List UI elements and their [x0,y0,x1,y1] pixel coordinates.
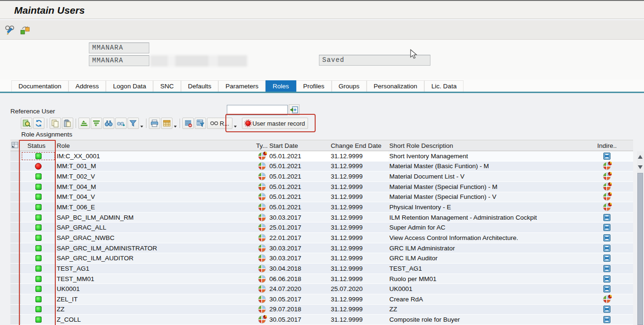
table-row[interactable]: MM:T_006_E05.01.202131.12.9999Physical I… [10,202,633,213]
start-date-cell[interactable]: 06.06.2018 [268,274,330,284]
display-change-button[interactable] [5,24,17,36]
role-cell[interactable]: MM:T_001_M [56,162,255,171]
role-type-cell[interactable] [255,315,268,325]
start-date-cell[interactable]: 24.07.2020 [268,284,330,294]
role-type-cell[interactable] [255,233,268,243]
start-date-cell[interactable]: 05.01.2021 [268,151,330,161]
status-cell[interactable] [21,171,56,181]
row-selector-cell[interactable] [10,233,21,243]
reference-user-matchcode-button[interactable] [289,104,300,115]
status-cell[interactable] [21,222,56,232]
references-button[interactable] [19,24,31,36]
end-date-cell[interactable]: 31.12.9999 [330,162,388,171]
tab-roles[interactable]: Roles [266,80,296,93]
scrollbar-thumb[interactable] [637,173,643,325]
role-cell[interactable]: SAP_GRC_ILM_AUDITOR [56,253,255,263]
role-type-cell[interactable] [255,222,268,232]
table-row[interactable]: SAP_BC_ILM_ADMIN_RM30.03.201731.12.9999I… [10,213,633,223]
status-cell[interactable] [21,284,56,294]
role-cell[interactable]: ZZ [56,305,255,315]
description-cell[interactable]: Super Admin for AC [388,222,596,232]
reference-user-input[interactable] [227,105,288,115]
table-row[interactable]: Z_COLL30.05.201731.12.9999Composite role… [10,315,633,325]
tab-parameters[interactable]: Parameters [218,80,266,93]
status-cell[interactable] [21,315,56,325]
row-selector-cell[interactable] [10,171,21,181]
role-cell[interactable]: SAP_GRAC_ALL [56,222,255,232]
start-date-cell[interactable]: 05.01.2021 [268,171,330,181]
start-date-cell[interactable]: 05.01.2021 [268,162,330,171]
column-header-end-date[interactable]: Change End Date [330,142,388,149]
status-cell[interactable] [21,182,56,192]
role-type-cell[interactable] [255,162,268,171]
end-date-cell[interactable]: 31.12.9999 [330,151,388,161]
end-date-cell[interactable]: 31.12.9999 [330,243,388,253]
status-cell[interactable] [21,253,56,263]
status-cell[interactable] [21,264,56,274]
indirect-cell[interactable] [596,284,617,294]
description-cell[interactable]: Short Iventory Management [388,151,596,161]
choose-layout-button[interactable] [195,118,206,129]
start-date-cell[interactable]: 30.03.2017 [268,213,330,222]
role-type-cell[interactable] [255,243,268,253]
tab-personalization[interactable]: Personalization [367,80,424,93]
tab-profiles[interactable]: Profiles [296,80,332,93]
end-date-cell[interactable]: 31.12.9999 [330,233,388,243]
row-selector-cell[interactable] [10,182,21,192]
indirect-cell[interactable] [596,202,617,212]
end-date-cell[interactable]: 31.12.9999 [330,182,388,192]
indirect-cell[interactable] [596,162,617,171]
find-button[interactable] [103,118,114,129]
column-header-description[interactable]: Short Role Description [388,142,596,149]
end-date-cell[interactable]: 31.12.9999 [330,213,388,222]
description-cell[interactable]: ZZ [388,305,596,315]
scroll-down-button[interactable] [638,165,643,169]
refresh-button[interactable] [33,118,44,129]
role-type-cell[interactable] [255,182,268,192]
role-cell[interactable]: ZEL_IT [56,294,255,304]
tab-snc[interactable]: SNC [153,80,181,93]
column-settings-button[interactable] [182,118,194,129]
description-cell[interactable]: Material Master (Special Function) - V [388,192,596,202]
status-cell[interactable] [21,213,56,222]
column-header-indirect[interactable]: Indire... [596,142,617,149]
scroll-up-button[interactable] [638,155,643,159]
description-cell[interactable]: Physical Inventory - E [388,202,596,212]
column-header-status[interactable]: Status [21,142,56,149]
role-cell[interactable]: Z_COLL [56,315,255,325]
start-date-cell[interactable]: 05.01.2021 [268,202,330,212]
end-date-cell[interactable]: 31.12.9999 [330,202,388,212]
start-date-cell[interactable]: 05.01.2021 [268,182,330,192]
row-selector-cell[interactable] [10,284,21,294]
sort-descending-button[interactable] [91,118,102,129]
start-date-cell[interactable]: 05.01.2021 [268,192,330,202]
role-type-cell[interactable] [255,202,268,212]
views-dropdown-arrow[interactable] [174,126,177,128]
end-date-cell[interactable]: 31.12.9999 [330,315,388,325]
table-row[interactable]: SAP_GRAC_NWBC22.01.201731.12.9999View Ac… [10,233,633,243]
table-row[interactable]: MM:T_001_M05.01.202131.12.9999Material M… [10,162,633,172]
select-all-header-cell[interactable] [10,141,21,150]
indirect-cell[interactable] [596,192,617,202]
indirect-cell[interactable] [596,151,617,161]
column-header-role[interactable]: Role [56,142,255,149]
start-date-cell[interactable]: 30.04.2018 [268,264,330,274]
copy-button[interactable] [50,118,61,129]
start-date-cell[interactable]: 29.07.2018 [268,305,330,315]
row-selector-cell[interactable] [10,253,21,263]
row-selector-cell[interactable] [10,264,21,274]
user-field[interactable]: MMANARA [89,43,149,53]
tab-address[interactable]: Address [69,80,106,93]
end-date-cell[interactable]: 31.12.9999 [330,294,388,304]
role-cell[interactable]: MM:T_006_E [56,202,255,212]
description-cell[interactable]: Material Master (Special Function) - M [388,182,596,192]
role-type-cell[interactable] [255,151,268,161]
description-cell[interactable]: Creare RdA [388,294,596,304]
details-button[interactable] [21,118,32,129]
row-selector-cell[interactable] [10,243,21,253]
role-cell[interactable]: SAP_GRAC_NWBC [56,233,255,243]
role-cell[interactable]: UK0001 [56,284,255,294]
column-header-type[interactable]: Ty... [255,142,268,149]
status-field[interactable]: Saved [319,55,430,66]
role-cell[interactable]: TEST_AG1 [56,264,255,274]
